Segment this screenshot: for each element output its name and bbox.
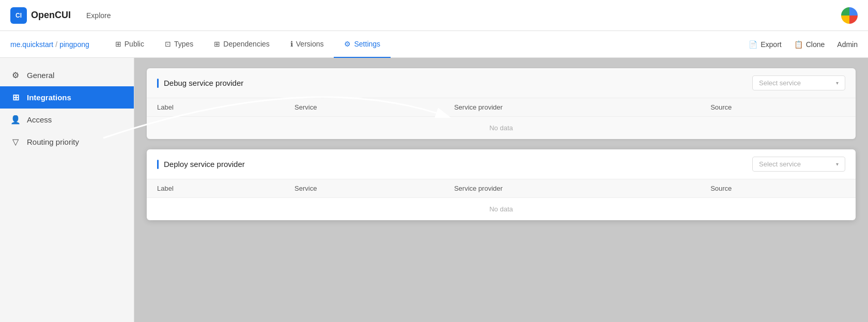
- tab-settings-label: Settings: [354, 40, 380, 48]
- tab-versions-label: Versions: [296, 40, 324, 48]
- deploy-section-header: Deploy service provider Select service ▾: [147, 149, 856, 179]
- clone-button[interactable]: 📋 Clone: [794, 40, 825, 49]
- top-actions: [841, 7, 858, 24]
- deploy-chevron-icon: ▾: [836, 161, 839, 167]
- sidebar-access-label: Access: [27, 115, 52, 124]
- deploy-col-label: Label: [147, 179, 284, 198]
- access-icon: 👤: [10, 115, 21, 125]
- debug-no-data: No data: [147, 117, 856, 140]
- export-icon: 📄: [749, 40, 757, 49]
- sidebar-general-label: General: [27, 71, 54, 80]
- tab-dependencies-label: Dependencies: [223, 40, 270, 48]
- logo-area: CI OpenCUI: [10, 7, 71, 24]
- deploy-no-data: No data: [147, 198, 856, 221]
- sidebar: ⚙ General ⊞ Integrations 👤 Access ▽ Rout…: [0, 58, 134, 322]
- debug-bar: [157, 79, 159, 88]
- logo-icon: CI: [10, 7, 27, 24]
- debug-table: Label Service Service provider Source No…: [147, 98, 856, 139]
- content-area: Debug service provider Select service ▾ …: [134, 58, 868, 322]
- debug-chevron-icon: ▾: [836, 80, 839, 86]
- tab-dependencies[interactable]: ⊞ Dependencies: [204, 31, 280, 58]
- debug-col-source: Source: [700, 98, 856, 117]
- debug-section-title: Debug service provider: [164, 79, 243, 87]
- sidebar-item-routing[interactable]: ▽ Routing priority: [0, 131, 134, 153]
- right-actions: 📄 Export 📋 Clone Admin: [749, 40, 858, 49]
- deploy-title-wrap: Deploy service provider: [157, 160, 245, 169]
- top-bar: CI OpenCUI Explore: [0, 0, 868, 31]
- admin-label: Admin: [837, 40, 858, 49]
- deploy-section-title: Deploy service provider: [164, 160, 245, 168]
- sidebar-routing-label: Routing priority: [27, 137, 79, 146]
- debug-col-label: Label: [147, 98, 284, 117]
- avatar[interactable]: [841, 7, 858, 24]
- tab-versions[interactable]: ℹ Versions: [280, 31, 334, 58]
- settings-icon: ⚙: [344, 40, 351, 48]
- sidebar-item-general[interactable]: ⚙ General: [0, 64, 134, 86]
- debug-select-service[interactable]: Select service ▾: [752, 75, 845, 90]
- debug-col-service: Service: [284, 98, 444, 117]
- app-name: OpenCUI: [31, 10, 71, 21]
- breadcrumb: me.quickstart / pingpong: [10, 40, 89, 49]
- public-icon: ⊞: [115, 40, 121, 48]
- deploy-section-card: Deploy service provider Select service ▾…: [147, 149, 856, 220]
- tab-types-label: Types: [174, 40, 193, 48]
- sidebar-item-access[interactable]: 👤 Access: [0, 109, 134, 131]
- breadcrumb-current[interactable]: pingpong: [59, 40, 89, 49]
- debug-section-header: Debug service provider Select service ▾: [147, 68, 856, 98]
- deploy-table: Label Service Service provider Source No…: [147, 179, 856, 220]
- routing-icon: ▽: [10, 137, 21, 147]
- clone-label: Clone: [806, 40, 825, 49]
- debug-col-provider: Service provider: [444, 98, 700, 117]
- breadcrumb-separator: /: [55, 40, 57, 49]
- export-label: Export: [761, 40, 781, 49]
- clone-icon: 📋: [794, 40, 803, 49]
- explore-link[interactable]: Explore: [86, 11, 111, 20]
- main-layout: ⚙ General ⊞ Integrations 👤 Access ▽ Rout…: [0, 58, 868, 322]
- tab-settings[interactable]: ⚙ Settings: [334, 31, 391, 58]
- versions-icon: ℹ: [290, 40, 293, 48]
- debug-title-wrap: Debug service provider: [157, 79, 243, 88]
- dependencies-icon: ⊞: [214, 40, 220, 48]
- debug-select-label: Select service: [759, 79, 801, 87]
- sidebar-integrations-label: Integrations: [27, 93, 71, 102]
- deploy-col-source: Source: [700, 179, 856, 198]
- deploy-select-label: Select service: [759, 160, 801, 168]
- nav-tabs: ⊞ Public ⊡ Types ⊞ Dependencies ℹ Versio…: [105, 31, 391, 57]
- export-button[interactable]: 📄 Export: [749, 40, 781, 49]
- tab-types[interactable]: ⊡ Types: [154, 31, 204, 58]
- breadcrumb-parent[interactable]: me.quickstart: [10, 40, 53, 49]
- deploy-col-service: Service: [284, 179, 444, 198]
- deploy-col-provider: Service provider: [444, 179, 700, 198]
- sub-nav: me.quickstart / pingpong ⊞ Public ⊡ Type…: [0, 31, 868, 58]
- admin-button[interactable]: Admin: [837, 40, 858, 49]
- integrations-icon: ⊞: [10, 93, 21, 102]
- deploy-bar: [157, 160, 159, 169]
- tab-public-label: Public: [125, 40, 144, 48]
- tab-public[interactable]: ⊞ Public: [105, 31, 154, 58]
- sidebar-item-integrations[interactable]: ⊞ Integrations: [0, 86, 134, 109]
- deploy-select-service[interactable]: Select service ▾: [752, 157, 845, 172]
- types-icon: ⊡: [165, 40, 171, 48]
- general-icon: ⚙: [10, 70, 21, 80]
- debug-section-card: Debug service provider Select service ▾ …: [147, 68, 856, 139]
